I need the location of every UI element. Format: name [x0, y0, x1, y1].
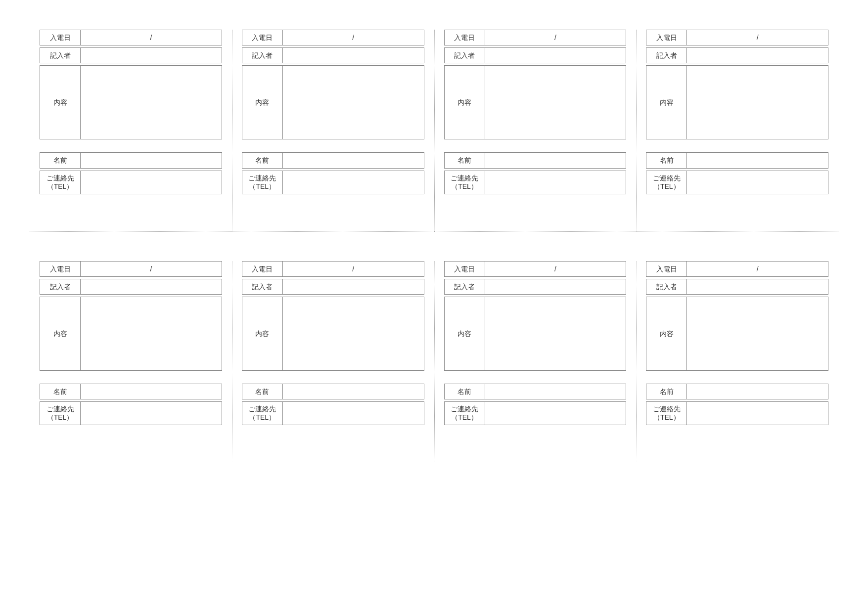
label-content: 内容 — [646, 297, 687, 370]
label-name: 名前 — [445, 153, 485, 168]
label-content: 内容 — [242, 66, 283, 139]
field-name: 名前 — [242, 384, 424, 399]
field-name: 名前 — [40, 152, 222, 168]
value-content — [687, 297, 828, 370]
value-name — [485, 153, 626, 168]
label-recorder: 記入者 — [646, 279, 687, 294]
value-date: / — [485, 30, 626, 45]
field-recorder: 記入者 — [646, 47, 828, 63]
field-date: 入電日 / — [646, 30, 828, 45]
value-name — [283, 384, 424, 399]
memo-card: 入電日 / 記入者 内容 名前 ご連絡先 （TEL） — [232, 30, 434, 231]
field-contact: ご連絡先 （TEL） — [444, 401, 627, 425]
value-recorder — [81, 48, 222, 63]
field-name: 名前 — [646, 384, 828, 399]
label-content: 内容 — [242, 297, 283, 370]
field-name: 名前 — [646, 152, 828, 168]
value-contact — [81, 171, 222, 194]
field-recorder: 記入者 — [40, 279, 222, 295]
label-contact: ご連絡先 （TEL） — [445, 171, 485, 194]
label-name: 名前 — [242, 384, 283, 399]
value-recorder — [687, 279, 828, 294]
value-content — [283, 66, 424, 139]
field-content: 内容 — [40, 297, 222, 371]
label-contact: ご連絡先 （TEL） — [646, 402, 687, 425]
label-name: 名前 — [646, 153, 687, 168]
field-contact: ご連絡先 （TEL） — [40, 401, 222, 425]
field-recorder: 記入者 — [444, 47, 627, 63]
value-content — [485, 66, 626, 139]
value-date: / — [687, 30, 828, 45]
field-name: 名前 — [444, 152, 627, 168]
label-contact: ご連絡先 （TEL） — [242, 171, 283, 194]
value-content — [687, 66, 828, 139]
value-name — [81, 384, 222, 399]
field-content: 内容 — [444, 297, 627, 371]
label-contact: ご連絡先 （TEL） — [242, 402, 283, 425]
value-contact — [283, 402, 424, 425]
label-recorder: 記入者 — [445, 279, 485, 294]
label-name: 名前 — [242, 153, 283, 168]
value-content — [283, 297, 424, 370]
label-date: 入電日 — [646, 30, 687, 45]
field-name: 名前 — [40, 384, 222, 399]
field-recorder: 記入者 — [242, 47, 424, 63]
field-recorder: 記入者 — [40, 47, 222, 63]
field-name: 名前 — [444, 384, 627, 399]
field-date: 入電日 / — [646, 261, 828, 277]
label-content: 内容 — [40, 297, 81, 370]
field-date: 入電日 / — [444, 30, 627, 45]
field-recorder: 記入者 — [646, 279, 828, 295]
label-contact: ご連絡先 （TEL） — [40, 402, 81, 425]
field-content: 内容 — [242, 65, 424, 139]
field-content: 内容 — [646, 297, 828, 371]
value-content — [81, 66, 222, 139]
value-name — [485, 384, 626, 399]
field-content: 内容 — [40, 65, 222, 139]
field-date: 入電日 / — [40, 30, 222, 45]
value-contact — [687, 171, 828, 194]
value-date: / — [687, 262, 828, 276]
value-content — [81, 297, 222, 370]
value-recorder — [283, 279, 424, 294]
memo-card: 入電日 / 記入者 内容 名前 ご連絡先 （TEL） — [30, 30, 232, 231]
memo-card: 入電日 / 記入者 内容 名前 ご連絡先 （TEL） — [434, 30, 637, 231]
field-content: 内容 — [242, 297, 424, 371]
label-recorder: 記入者 — [40, 279, 81, 294]
field-contact: ご連絡先 （TEL） — [646, 401, 828, 425]
label-date: 入電日 — [242, 30, 283, 45]
value-recorder — [283, 48, 424, 63]
memo-card: 入電日 / 記入者 内容 名前 ご連絡先 （TEL） — [232, 261, 434, 463]
value-recorder — [687, 48, 828, 63]
value-contact — [81, 402, 222, 425]
field-contact: ご連絡先 （TEL） — [40, 171, 222, 194]
value-date: / — [81, 30, 222, 45]
value-name — [687, 153, 828, 168]
value-recorder — [81, 279, 222, 294]
value-recorder — [485, 279, 626, 294]
field-recorder: 記入者 — [242, 279, 424, 295]
label-name: 名前 — [40, 384, 81, 399]
label-recorder: 記入者 — [445, 48, 485, 63]
label-content: 内容 — [445, 297, 485, 370]
field-contact: ご連絡先 （TEL） — [242, 171, 424, 194]
value-name — [81, 153, 222, 168]
label-recorder: 記入者 — [40, 48, 81, 63]
label-content: 内容 — [445, 66, 485, 139]
label-date: 入電日 — [646, 262, 687, 276]
field-date: 入電日 / — [40, 261, 222, 277]
field-contact: ご連絡先 （TEL） — [444, 171, 627, 194]
label-contact: ご連絡先 （TEL） — [646, 171, 687, 194]
label-date: 入電日 — [242, 262, 283, 276]
field-date: 入電日 / — [242, 261, 424, 277]
label-date: 入電日 — [445, 30, 485, 45]
memo-card: 入電日 / 記入者 内容 名前 ご連絡先 （TEL） — [30, 261, 232, 463]
label-recorder: 記入者 — [242, 279, 283, 294]
label-recorder: 記入者 — [646, 48, 687, 63]
memo-card: 入電日 / 記入者 内容 名前 ご連絡先 （TEL） — [434, 261, 637, 463]
label-date: 入電日 — [40, 262, 81, 276]
value-contact — [283, 171, 424, 194]
field-recorder: 記入者 — [444, 279, 627, 295]
phone-memo-grid: 入電日 / 記入者 内容 名前 ご連絡先 （TEL） 入電日 / — [30, 30, 838, 462]
field-contact: ご連絡先 （TEL） — [646, 171, 828, 194]
